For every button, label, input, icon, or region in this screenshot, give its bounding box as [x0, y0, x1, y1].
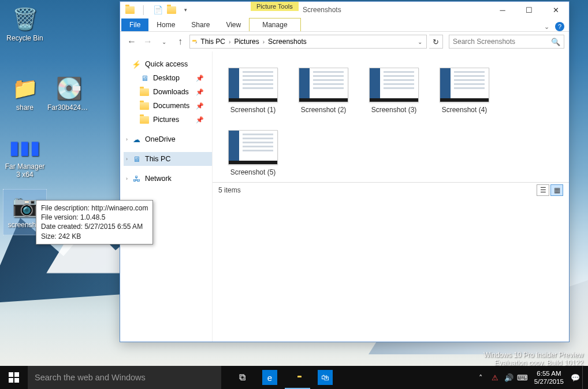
sidebar-item-label: Desktop — [153, 74, 180, 82]
pin-icon: 📌 — [196, 88, 204, 96]
trash-icon: 🗑️ — [11, 5, 39, 33]
file-grid[interactable]: Screenshot (1) Screenshot (2) Screenshot… — [213, 51, 569, 182]
recycle-bin-icon[interactable]: 🗑️ Recycle Bin — [3, 3, 47, 49]
content-pane: Screenshot (1) Screenshot (2) Screenshot… — [213, 51, 569, 342]
sidebar-item-pictures[interactable]: Pictures 📌 — [124, 113, 212, 127]
breadcrumb-screenshots[interactable]: Screenshots — [266, 38, 309, 46]
network-icon: 🖧 — [132, 174, 141, 183]
expand-icon[interactable]: › — [126, 136, 128, 142]
properties-icon[interactable]: 📄 — [152, 5, 163, 15]
titlebar[interactable]: │ 📄 ▾ Picture Tools Screenshots ─ ☐ ✕ — [120, 2, 569, 18]
help-icon[interactable]: ? — [555, 22, 564, 31]
expand-icon[interactable]: › — [126, 176, 128, 181]
sidebar-quick-access[interactable]: ⚡ Quick access — [124, 57, 212, 71]
camera-icon: 📷 — [11, 192, 39, 220]
file-item[interactable]: Screenshot (5) — [226, 130, 280, 176]
sidebar-item-documents[interactable]: Documents 📌 — [124, 99, 212, 113]
address-bar[interactable]: › This PC › Pictures › Screenshots ⌄ — [189, 35, 427, 49]
file-item[interactable]: Screenshot (1) — [226, 68, 280, 114]
task-view-button[interactable]: ⧉ — [228, 366, 256, 389]
tooltip-line: Size: 242 KB — [41, 232, 148, 241]
clock-date: 5/27/2015 — [534, 377, 564, 386]
taskbar-search[interactable]: Search the web and Windows — [28, 366, 221, 389]
start-button[interactable] — [0, 366, 28, 389]
expand-icon[interactable]: › — [126, 156, 128, 162]
breadcrumb-root[interactable]: This PC — [198, 38, 228, 46]
desktop-icon: 🖥 — [140, 73, 149, 83]
sidebar-item-downloads[interactable]: Downloads 📌 — [124, 85, 212, 99]
search-box[interactable]: 🔍 — [449, 35, 564, 49]
action-center-icon[interactable]: 💬 — [568, 366, 582, 389]
keyboard-icon[interactable]: ⌨ — [516, 366, 530, 389]
file-item[interactable]: Screenshot (2) — [297, 68, 350, 114]
thumbnails-view-button[interactable]: ▦ — [550, 184, 563, 196]
sidebar-item-label: This PC — [145, 155, 170, 163]
file-item[interactable]: Screenshot (4) — [438, 68, 491, 114]
cloud-icon: ☁ — [132, 135, 141, 144]
up-button[interactable]: ↑ — [173, 35, 187, 49]
pictures-icon — [140, 115, 149, 124]
tab-view[interactable]: View — [218, 18, 249, 31]
file-item[interactable]: Screenshot (3) — [367, 68, 420, 114]
recent-dropdown-icon[interactable]: ⌄ — [157, 35, 171, 49]
network-icon[interactable]: ⚠ — [488, 366, 502, 389]
back-button[interactable]: ← — [125, 35, 139, 49]
tab-manage[interactable]: Manage — [249, 18, 300, 31]
sidebar-item-label: Pictures — [153, 116, 179, 124]
svg-rect-0 — [9, 372, 13, 377]
qat-dropdown-icon[interactable]: ▾ — [180, 5, 191, 15]
close-button[interactable]: ✕ — [542, 2, 569, 18]
chevron-right-icon[interactable]: › — [262, 39, 266, 45]
svg-rect-2 — [9, 378, 13, 383]
clock[interactable]: 6:55 AM 5/27/2015 — [530, 369, 568, 386]
breadcrumb-pictures[interactable]: Pictures — [232, 38, 261, 46]
thumbnail-icon — [369, 68, 419, 102]
taskbar-store[interactable]: 🛍 — [311, 366, 339, 389]
refresh-button[interactable]: ↻ — [429, 35, 443, 49]
address-dropdown-icon[interactable]: ⌄ — [418, 39, 424, 45]
new-folder-icon[interactable] — [166, 5, 177, 15]
search-icon[interactable]: 🔍 — [551, 38, 560, 46]
thumbnail-icon — [440, 68, 489, 102]
show-desktop-button[interactable] — [582, 366, 586, 389]
icon-label: Far30b4242.... — [47, 103, 90, 112]
pin-icon: 📌 — [196, 75, 204, 82]
forward-button[interactable]: → — [141, 35, 155, 49]
ribbon-expand-icon[interactable]: ⌄ — [544, 23, 549, 31]
tooltip-line: File description: http://winaero.com — [41, 203, 148, 213]
file-label: Screenshot (5) — [230, 168, 276, 176]
store-icon: 🛍 — [318, 370, 333, 385]
volume-icon[interactable]: 🔊 — [502, 366, 516, 389]
pin-icon: 📌 — [196, 102, 204, 110]
sidebar-this-pc[interactable]: › 🖥 This PC — [124, 152, 212, 166]
details-view-button[interactable]: ☰ — [537, 184, 549, 196]
svg-rect-3 — [14, 378, 19, 383]
taskbar-edge[interactable]: e — [256, 366, 284, 389]
taskbar-explorer[interactable] — [284, 366, 311, 389]
sidebar-item-desktop[interactable]: 🖥 Desktop 📌 — [124, 71, 212, 85]
tab-home[interactable]: Home — [148, 18, 183, 31]
far-installer-icon[interactable]: 💽 Far30b4242.... — [47, 72, 91, 118]
search-input[interactable] — [453, 38, 551, 46]
build-watermark: Windows 10 Pro Insider Preview Evaluatio… — [483, 351, 583, 367]
minimize-button[interactable]: ─ — [489, 2, 516, 18]
file-label: Screenshot (1) — [230, 106, 276, 114]
status-bar: 5 items ☰ ▦ — [213, 182, 569, 197]
far-manager-icon[interactable]: ▮▮▮ Far Manager 3 x64 — [3, 131, 47, 184]
share-folder-icon[interactable]: 📁 share — [3, 72, 47, 118]
tab-file[interactable]: File — [121, 18, 148, 31]
icon-label: Far Manager 3 x64 — [3, 162, 47, 179]
maximize-button[interactable]: ☐ — [516, 2, 542, 18]
tray-overflow-icon[interactable]: ˄ — [474, 366, 488, 389]
quick-access-toolbar: │ 📄 ▾ — [120, 5, 191, 15]
window-title: Screenshots — [303, 6, 341, 14]
sidebar-network[interactable]: › 🖧 Network — [124, 172, 212, 186]
windows-logo-icon — [9, 372, 19, 383]
installer-icon: 💽 — [55, 75, 83, 102]
file-label: Screenshot (3) — [371, 106, 417, 114]
tooltip-line: File version: 1.0.48.5 — [41, 213, 148, 222]
tab-share[interactable]: Share — [183, 18, 218, 31]
chevron-right-icon[interactable]: › — [228, 39, 232, 45]
sidebar-onedrive[interactable]: › ☁ OneDrive — [124, 132, 212, 146]
edge-icon: e — [262, 370, 277, 385]
